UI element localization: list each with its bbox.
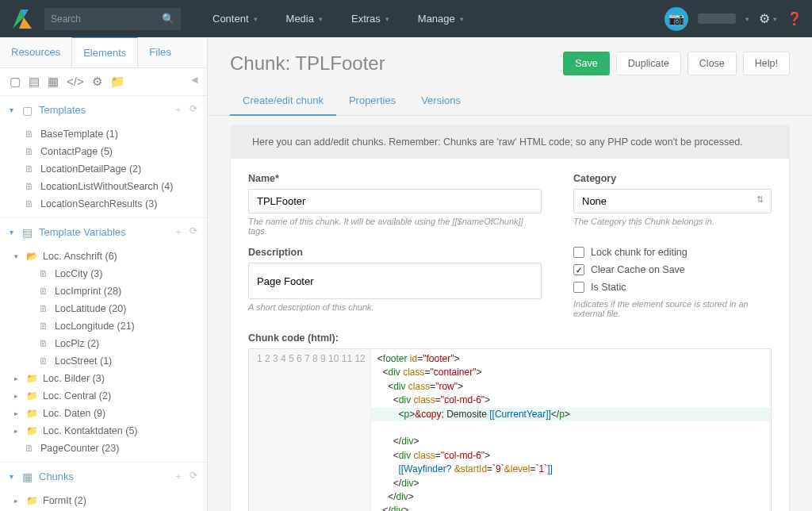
- nav-extras[interactable]: Extras▾: [337, 0, 404, 37]
- chunks-icon: ▦: [22, 471, 33, 483]
- gear-icon[interactable]: ⚙▾: [759, 11, 777, 26]
- file-icon: 🗎: [38, 355, 49, 367]
- chevron-right-icon: ▸: [14, 427, 21, 435]
- tree-item[interactable]: 🗎BaseTemplate (1): [0, 125, 207, 143]
- category-label: Category: [573, 173, 772, 184]
- logo[interactable]: [10, 6, 35, 32]
- avatar[interactable]: 📷: [665, 7, 688, 31]
- name-hint: The name of this chunk. It will be avail…: [248, 217, 542, 236]
- chunks-icon[interactable]: ▦: [48, 75, 59, 89]
- nav-media[interactable]: Media▾: [272, 0, 337, 37]
- tree-item[interactable]: 🗎LocLatitude (20): [0, 300, 207, 317]
- tree-folder[interactable]: ▸📁FormIt (2): [0, 492, 207, 509]
- logo-icon: [10, 6, 35, 32]
- template-icon[interactable]: ▢: [10, 75, 21, 89]
- collapse-icon[interactable]: ◀: [191, 75, 197, 89]
- file-icon: 🗎: [24, 198, 35, 209]
- help-icon[interactable]: ❓: [787, 11, 802, 26]
- file-icon: 🗎: [38, 268, 49, 279]
- search-box[interactable]: 🔍: [44, 8, 181, 30]
- code-area[interactable]: <footer id="footer"> <div class="contain…: [371, 349, 771, 511]
- search-icon[interactable]: 🔍: [162, 13, 174, 25]
- chevron-down-icon: ▾: [460, 15, 464, 23]
- category-select[interactable]: None: [573, 189, 772, 213]
- chevron-right-icon: ▸: [14, 375, 21, 382]
- file-icon: 🗎: [24, 129, 35, 140]
- section-templates: ▾ ▢ Templates ＋⟳ 🗎BaseTemplate (1) 🗎Cont…: [0, 96, 207, 218]
- tab-resources[interactable]: Resources: [0, 37, 71, 67]
- code-label: Chunk code (html):: [248, 332, 772, 344]
- refresh-icon[interactable]: ⟳: [190, 225, 197, 239]
- info-bar: Here you can add/edit chunks. Remember: …: [230, 125, 790, 159]
- tree-folder[interactable]: ▾📂Loc. Anschrift (6): [0, 248, 207, 265]
- save-button[interactable]: Save: [563, 52, 610, 75]
- content: Chunk: TPLFooter Save Duplicate Close He…: [208, 37, 812, 511]
- chevron-down-icon: ▾: [773, 15, 777, 23]
- chevron-down-icon: ▾: [745, 15, 749, 23]
- tree-folder[interactable]: ▸📁Loc. Daten (9): [0, 405, 207, 422]
- chevron-right-icon: ▸: [14, 392, 21, 400]
- chevron-down-icon: ▾: [10, 106, 16, 114]
- folder-icon: 📁: [26, 408, 37, 419]
- tree-item[interactable]: 🗎LocStreet (1): [0, 352, 207, 370]
- tree-item[interactable]: 🗎LocationListWithoutSearch (4): [0, 178, 207, 195]
- chevron-down-icon: ▾: [10, 228, 16, 236]
- refresh-icon[interactable]: ⟳: [190, 103, 197, 117]
- sidebar-toolbar: ▢ ▤ ▦ </> ⚙ 📁 ◀: [0, 68, 207, 96]
- tab-files[interactable]: Files: [138, 37, 182, 67]
- tree-item[interactable]: 🗎LocImprint (28): [0, 282, 207, 300]
- tree-item[interactable]: 🗎LocationDetailPage (2): [0, 160, 207, 178]
- folder-icon: 📁: [26, 495, 37, 506]
- sidebar-tabs: Resources Elements Files: [0, 37, 207, 68]
- tree-item[interactable]: 🗎PageCounter (23): [0, 440, 207, 457]
- tv-icon[interactable]: ▤: [29, 75, 40, 89]
- static-checkbox-row[interactable]: Is Static: [573, 282, 772, 293]
- nav-content[interactable]: Content▾: [198, 0, 272, 37]
- template-icon: ▢: [22, 104, 33, 117]
- section-header-tvars[interactable]: ▾ ▤ Template Variables ＋⟳: [0, 218, 207, 246]
- chevron-right-icon: ▸: [14, 409, 21, 417]
- tab-create-edit[interactable]: Create/edit chunk: [230, 86, 336, 116]
- folder-open-icon: 📂: [26, 251, 37, 262]
- chevron-down-icon: ▾: [10, 472, 16, 481]
- tab-versions[interactable]: Versions: [408, 86, 473, 115]
- help-button[interactable]: Help!: [743, 52, 790, 75]
- clear-cache-checkbox-row[interactable]: Clear Cache on Save: [573, 264, 772, 275]
- close-button[interactable]: Close: [688, 52, 737, 75]
- code-editor[interactable]: 1 2 3 4 5 6 7 8 9 10 11 12 <footer id="f…: [248, 348, 772, 511]
- file-icon: 🗎: [24, 163, 35, 175]
- add-icon[interactable]: ＋: [174, 103, 183, 117]
- tree-folder[interactable]: ▸📁Loc. Bilder (3): [0, 370, 207, 387]
- tab-elements[interactable]: Elements: [71, 37, 138, 67]
- nav-manage[interactable]: Manage▾: [404, 0, 478, 37]
- chevron-down-icon: ▾: [319, 15, 323, 23]
- folder-icon: 📁: [26, 390, 37, 402]
- tree-folder[interactable]: ▸📁Loc. Central (2): [0, 387, 207, 405]
- name-input[interactable]: [248, 189, 542, 213]
- section-header-templates[interactable]: ▾ ▢ Templates ＋⟳: [0, 96, 207, 124]
- tab-properties[interactable]: Properties: [336, 86, 408, 115]
- section-header-chunks[interactable]: ▾ ▦ Chunks ＋⟳: [0, 463, 207, 490]
- sidebar: Resources Elements Files ▢ ▤ ▦ </> ⚙ 📁 ◀…: [0, 37, 208, 511]
- snippets-icon[interactable]: </>: [67, 75, 84, 89]
- section-chunks: ▾ ▦ Chunks ＋⟳ ▸📁FormIt (2) ▸📁Wayfinder (…: [0, 463, 207, 511]
- duplicate-button[interactable]: Duplicate: [616, 52, 681, 75]
- description-input[interactable]: [248, 263, 542, 299]
- categories-icon[interactable]: 📁: [110, 75, 125, 89]
- plugins-icon[interactable]: ⚙: [92, 75, 102, 89]
- folder-icon: 📁: [26, 373, 37, 384]
- tree-item[interactable]: 🗎LocCity (3): [0, 265, 207, 282]
- add-icon[interactable]: ＋: [174, 225, 183, 239]
- tree-item[interactable]: 🗎LocPlz (2): [0, 335, 207, 352]
- tree-folder[interactable]: ▸📁Loc. Kontaktdaten (5): [0, 422, 207, 440]
- lock-checkbox-row[interactable]: Lock chunk for editing: [573, 247, 772, 258]
- user-name[interactable]: [698, 13, 736, 24]
- add-icon[interactable]: ＋: [174, 470, 183, 483]
- refresh-icon[interactable]: ⟳: [190, 470, 197, 483]
- search-input[interactable]: [51, 13, 162, 25]
- tree-item[interactable]: 🗎LocationSearchResults (3): [0, 195, 207, 213]
- tree-item[interactable]: 🗎LocLongitude (21): [0, 317, 207, 335]
- tree-item[interactable]: 🗎ContactPage (5): [0, 143, 207, 160]
- category-hint: The Category this Chunk belongs in.: [573, 217, 772, 226]
- file-icon: 🗎: [38, 338, 49, 349]
